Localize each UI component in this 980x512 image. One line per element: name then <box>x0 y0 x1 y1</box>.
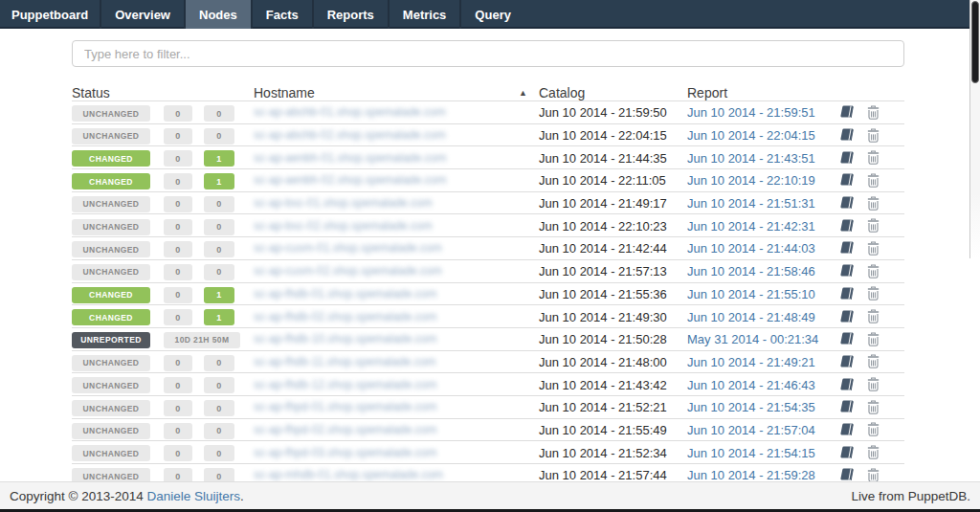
catalog-cell: Jun 10 2014 - 22:11:05 <box>531 171 679 189</box>
report-link[interactable]: May 31 2014 - 00:21:34 <box>687 332 818 346</box>
hostname-link[interactable]: sc-ap-fhdb-01.shop.spemalade.com <box>254 287 436 301</box>
report-book-icon[interactable] <box>839 241 854 255</box>
hostname-link[interactable]: sc-ap-cusm-01.shop.spemalade.com <box>254 241 442 255</box>
report-link[interactable]: Jun 10 2014 - 21:54:35 <box>687 400 815 414</box>
trash-icon[interactable] <box>867 105 880 120</box>
status-badge: CHANGED <box>72 150 150 167</box>
catalog-cell: Jun 10 2014 - 21:48:00 <box>531 353 679 370</box>
trash-icon[interactable] <box>867 241 880 256</box>
nav-item-overview[interactable]: Overview <box>100 0 184 29</box>
hostname-link[interactable]: sc-ap-abchb-01.shop.spemalade.com <box>254 105 446 119</box>
trash-icon[interactable] <box>867 173 880 188</box>
catalog-cell: Jun 10 2014 - 22:04:15 <box>531 126 679 144</box>
table-body: UNCHANGED00sc-ap-abchb-01.shop.spemalade… <box>72 100 904 486</box>
catalog-cell: Jun 10 2014 - 21:55:49 <box>531 421 679 438</box>
report-book-icon[interactable] <box>839 423 854 436</box>
hostname-link[interactable]: sc-ap-fhdb-11.shop.spemalade.com <box>254 355 436 368</box>
report-link[interactable]: Jun 10 2014 - 21:58:46 <box>687 264 815 278</box>
status-cell: UNCHANGED <box>72 103 164 122</box>
column-header-catalog[interactable]: Catalog <box>531 85 679 100</box>
trash-icon[interactable] <box>867 128 880 143</box>
report-book-icon[interactable] <box>839 105 854 119</box>
hostname-link[interactable]: sc-ap-fhdb-12.shop.spemalade.com <box>254 378 436 391</box>
column-header-status[interactable]: Status <box>72 85 164 100</box>
report-link[interactable]: Jun 10 2014 - 21:54:15 <box>687 446 815 460</box>
sort-ascending-icon[interactable]: ▲ <box>519 88 527 98</box>
scrollbar-thumb[interactable] <box>971 1 979 83</box>
report-book-icon[interactable] <box>839 128 854 142</box>
catalog-cell: Jun 10 2014 - 21:52:34 <box>531 444 679 461</box>
report-link[interactable]: Jun 10 2014 - 21:59:51 <box>687 105 815 120</box>
report-cell: Jun 10 2014 - 21:55:10 <box>679 285 833 302</box>
report-book-icon[interactable] <box>839 446 854 459</box>
report-link[interactable]: Jun 10 2014 - 21:46:43 <box>687 378 815 392</box>
report-book-icon[interactable] <box>839 173 854 187</box>
hostname-link[interactable]: sc-ap-fhpd-01.shop.spemalade.com <box>254 400 436 413</box>
report-book-icon[interactable] <box>839 264 854 278</box>
nav-item-query[interactable]: Query <box>459 0 524 29</box>
report-book-icon[interactable] <box>839 332 854 345</box>
hostname-link[interactable]: sc-ap-aenbh-02.shop.spemalade.com <box>254 173 446 187</box>
trash-icon[interactable] <box>867 354 880 368</box>
nav-item-nodes[interactable]: Nodes <box>184 0 251 29</box>
hostname-cell: sc-ap-bsc-01.shop.spemalade.com <box>254 196 531 210</box>
hostname-link[interactable]: sc-ap-mhdb-01.shop.spemalade.com <box>254 468 443 481</box>
report-link[interactable]: Jun 10 2014 - 21:57:04 <box>687 423 815 437</box>
report-book-icon[interactable] <box>839 219 854 233</box>
hostname-link[interactable]: sc-ap-aenbh-01.shop.spemalade.com <box>254 151 446 165</box>
status-cell: UNCHANGED <box>72 420 164 439</box>
report-book-icon[interactable] <box>839 400 854 413</box>
trash-icon[interactable] <box>867 377 880 391</box>
trash-icon[interactable] <box>867 218 880 233</box>
trash-icon[interactable] <box>867 400 880 414</box>
trash-icon[interactable] <box>867 309 880 323</box>
report-book-icon[interactable] <box>839 468 854 481</box>
report-book-icon[interactable] <box>839 355 854 368</box>
report-book-icon[interactable] <box>839 378 854 391</box>
report-link[interactable]: Jun 10 2014 - 21:51:31 <box>687 196 815 211</box>
trash-icon[interactable] <box>867 468 880 482</box>
report-link[interactable]: Jun 10 2014 - 21:48:49 <box>687 310 815 324</box>
hostname-link[interactable]: sc-ap-fhdb-10.shop.spemalade.com <box>254 332 436 345</box>
hostname-link[interactable]: sc-ap-abchb-02.shop.spemalade.com <box>254 128 446 142</box>
report-link[interactable]: Jun 10 2014 - 21:49:21 <box>687 355 815 369</box>
catalog-timestamp: Jun 10 2014 - 21:43:42 <box>539 378 667 392</box>
navbar-brand[interactable]: Puppetboard <box>0 0 100 29</box>
report-book-icon[interactable] <box>839 196 854 210</box>
hostname-link[interactable]: sc-ap-bsc-01.shop.spemalade.com <box>254 196 433 210</box>
report-link[interactable]: Jun 10 2014 - 22:04:15 <box>687 128 815 143</box>
trash-icon[interactable] <box>867 286 880 301</box>
column-header-report[interactable]: Report <box>679 85 833 100</box>
hostname-link[interactable]: sc-ap-fhpd-02.shop.spemalade.com <box>254 423 436 436</box>
hostname-link[interactable]: sc-ap-bsc-02.shop.spemalade.com <box>254 219 433 233</box>
nav-item-facts[interactable]: Facts <box>251 0 312 29</box>
trash-icon[interactable] <box>867 196 880 211</box>
report-link[interactable]: Jun 10 2014 - 22:10:19 <box>687 173 815 188</box>
actions-cell <box>833 445 904 459</box>
trash-icon[interactable] <box>867 445 880 459</box>
actions-cell <box>833 309 904 323</box>
trash-icon[interactable] <box>867 422 880 436</box>
report-book-icon[interactable] <box>839 287 854 301</box>
report-book-icon[interactable] <box>839 151 854 165</box>
report-link[interactable]: Jun 10 2014 - 21:44:03 <box>687 241 815 256</box>
table-row: CHANGED01sc-ap-aenbh-01.shop.spemalade.c… <box>72 145 904 168</box>
report-link[interactable]: Jun 10 2014 - 21:42:31 <box>687 219 815 234</box>
nav-item-reports[interactable]: Reports <box>312 0 388 29</box>
changed-count-badge: 0 <box>204 355 234 371</box>
hostname-link[interactable]: sc-ap-fhpd-03.shop.spemalade.com <box>254 446 436 459</box>
filter-input[interactable] <box>72 40 904 67</box>
scrollbar-track[interactable] <box>969 0 980 258</box>
catalog-timestamp: Jun 10 2014 - 21:49:30 <box>539 310 667 324</box>
column-header-hostname[interactable]: Hostname ▲ <box>254 85 531 100</box>
trash-icon[interactable] <box>867 332 880 346</box>
author-link[interactable]: Daniele Sluijters <box>147 489 241 503</box>
report-book-icon[interactable] <box>839 310 854 323</box>
hostname-link[interactable]: sc-ap-fhdb-02.shop.spemalade.com <box>254 310 436 323</box>
trash-icon[interactable] <box>867 150 880 165</box>
trash-icon[interactable] <box>867 264 880 278</box>
nav-item-metrics[interactable]: Metrics <box>388 0 460 29</box>
report-link[interactable]: Jun 10 2014 - 21:43:51 <box>687 151 815 166</box>
hostname-link[interactable]: sc-ap-cusm-02.shop.spemalade.com <box>254 264 442 278</box>
report-link[interactable]: Jun 10 2014 - 21:55:10 <box>687 287 815 301</box>
